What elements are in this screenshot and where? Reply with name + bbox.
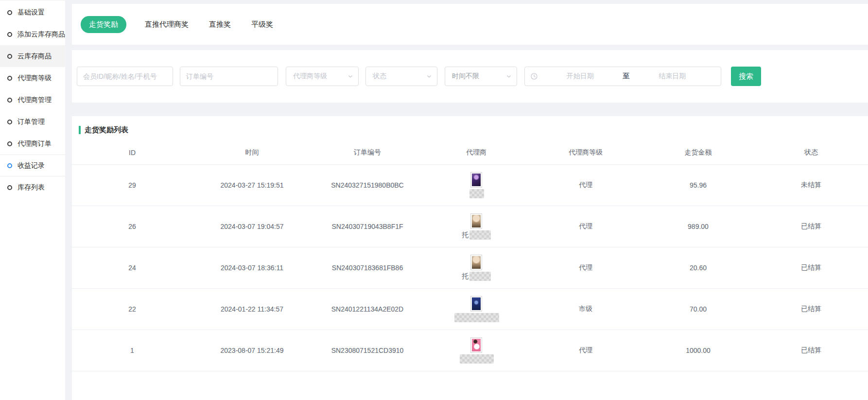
sidebar: 基础设置 添加云库存商品 云库存商品 代理商等级 代理商管理 订单管理 代理商订… bbox=[0, 0, 65, 400]
agent-avatar bbox=[470, 255, 482, 270]
cell-amount: 95.96 bbox=[642, 181, 754, 189]
table-header: ID 时间 订单编号 代理商 代理商等级 走货金额 状态 bbox=[72, 140, 868, 165]
cell-agent bbox=[423, 337, 529, 364]
agent-avatar bbox=[470, 337, 482, 353]
radio-circle-icon-active bbox=[7, 163, 12, 168]
sidebar-item-label: 库存列表 bbox=[17, 183, 45, 192]
search-button[interactable]: 搜索 bbox=[731, 67, 761, 86]
cell-time: 2024-03-07 19:04:57 bbox=[192, 223, 312, 230]
agent-level-select-placeholder: 代理商等级 bbox=[293, 72, 327, 81]
sidebar-item-earnings-records[interactable]: 收益记录 bbox=[0, 155, 65, 176]
member-search-field bbox=[77, 67, 173, 86]
cell-status: 已结算 bbox=[754, 222, 868, 231]
sidebar-item-agent-management[interactable]: 代理商管理 bbox=[0, 89, 65, 111]
cell-agent-level: 代理 bbox=[529, 346, 642, 355]
reward-list-card: 走货奖励列表 ID 时间 订单编号 代理商 代理商等级 走货金额 状态 29 2… bbox=[72, 116, 868, 400]
table-body: 29 2024-03-27 15:19:51 SN240327151980B0B… bbox=[72, 165, 868, 371]
radio-circle-icon bbox=[7, 32, 12, 37]
reward-table: ID 时间 订单编号 代理商 代理商等级 走货金额 状态 29 2024-03-… bbox=[72, 140, 868, 371]
radio-circle-icon bbox=[7, 120, 12, 124]
col-header-amount: 走货金额 bbox=[642, 148, 754, 157]
censored-name bbox=[469, 272, 491, 281]
cell-status: 已结算 bbox=[754, 346, 868, 355]
agent-avatar bbox=[470, 213, 482, 229]
member-search-input[interactable] bbox=[77, 67, 173, 86]
cell-agent bbox=[423, 296, 529, 322]
agent-name-prefix: 托 bbox=[462, 231, 469, 240]
tab-shipment-reward[interactable]: 走货奖励 bbox=[81, 16, 126, 33]
agent-level-select[interactable]: 代理商等级 bbox=[286, 67, 359, 86]
col-header-agent: 代理商 bbox=[423, 148, 529, 157]
cell-order-no: SN24030719043B8F1F bbox=[312, 223, 423, 230]
sidebar-item-label: 添加云库存商品 bbox=[17, 30, 65, 39]
radio-circle-icon bbox=[7, 76, 12, 81]
table-row: 24 2024-03-07 18:36:11 SN240307183681FB8… bbox=[72, 247, 868, 289]
cell-id: 22 bbox=[72, 305, 192, 313]
agent-avatar bbox=[470, 296, 482, 312]
agent-avatar bbox=[470, 172, 482, 188]
cell-agent: 托 bbox=[423, 255, 529, 281]
date-range-picker[interactable]: 开始日期 至 结束日期 bbox=[524, 67, 721, 86]
cell-order-no: SN240327151980B0BC bbox=[312, 181, 423, 189]
col-header-id: ID bbox=[72, 149, 192, 157]
cell-id: 1 bbox=[72, 347, 192, 354]
cell-status: 已结算 bbox=[754, 305, 868, 313]
start-date-field[interactable]: 开始日期 bbox=[538, 72, 623, 81]
cell-status: 已结算 bbox=[754, 263, 868, 272]
order-no-input[interactable] bbox=[180, 67, 278, 86]
cell-id: 29 bbox=[72, 181, 192, 189]
cell-id: 26 bbox=[72, 223, 192, 230]
sidebar-item-agent-orders[interactable]: 代理商订单 bbox=[0, 133, 65, 155]
section-title: 走货奖励列表 bbox=[79, 123, 868, 137]
col-header-status: 状态 bbox=[754, 148, 868, 157]
cell-agent-level: 代理 bbox=[529, 181, 642, 190]
cell-amount: 1000.00 bbox=[642, 347, 754, 354]
radio-circle-icon bbox=[7, 54, 12, 59]
cell-agent-level: 市级 bbox=[529, 305, 642, 313]
cell-time: 2024-03-27 15:19:51 bbox=[192, 181, 312, 189]
cell-time: 2023-08-07 15:21:49 bbox=[192, 347, 312, 354]
time-range-select[interactable]: 时间不限 bbox=[445, 67, 517, 86]
sidebar-item-order-management[interactable]: 订单管理 bbox=[0, 111, 65, 133]
tab-direct-agent-reward[interactable]: 直推代理商奖 bbox=[143, 16, 191, 33]
sidebar-item-label: 收益记录 bbox=[17, 161, 45, 170]
title-accent-bar bbox=[79, 126, 81, 134]
status-select-placeholder: 状态 bbox=[373, 72, 386, 81]
sidebar-item-label: 代理商订单 bbox=[17, 139, 52, 148]
sidebar-item-stock-list[interactable]: 库存列表 bbox=[0, 176, 65, 198]
sidebar-item-label: 云库存商品 bbox=[17, 52, 52, 61]
agent-name bbox=[469, 189, 484, 198]
sidebar-item-add-cloud-stock-product[interactable]: 添加云库存商品 bbox=[0, 23, 65, 45]
cell-amount: 989.00 bbox=[642, 223, 754, 230]
sidebar-item-cloud-stock-product[interactable]: 云库存商品 bbox=[0, 45, 65, 67]
table-row: 26 2024-03-07 19:04:57 SN24030719043B8F1… bbox=[72, 206, 868, 247]
col-header-order-no: 订单编号 bbox=[312, 148, 423, 157]
agent-name bbox=[459, 354, 494, 364]
chevron-down-icon bbox=[347, 73, 353, 79]
cell-agent bbox=[423, 172, 529, 198]
filter-bar: 代理商等级 状态 时间不限 开始日期 至 结束日期 搜索 bbox=[72, 50, 868, 103]
table-row: 29 2024-03-27 15:19:51 SN240327151980B0B… bbox=[72, 165, 868, 206]
sidebar-item-basic-settings[interactable]: 基础设置 bbox=[0, 1, 65, 23]
cell-status: 未结算 bbox=[754, 181, 868, 190]
chevron-down-icon bbox=[426, 73, 432, 79]
tab-direct-reward[interactable]: 直推奖 bbox=[207, 16, 233, 33]
agent-name: 托 bbox=[462, 272, 491, 281]
status-select[interactable]: 状态 bbox=[365, 67, 437, 86]
page-title: 走货奖励列表 bbox=[85, 125, 128, 135]
agent-name: 托 bbox=[462, 230, 491, 240]
radio-circle-icon bbox=[7, 98, 12, 103]
table-row: 1 2023-08-07 15:21:49 SN2308071521CD3910… bbox=[72, 330, 868, 371]
clock-icon bbox=[531, 73, 538, 80]
col-header-agent-level: 代理商等级 bbox=[529, 148, 642, 157]
cell-amount: 70.00 bbox=[642, 305, 754, 313]
reward-tabs-bar: 走货奖励 直推代理商奖 直推奖 平级奖 bbox=[72, 4, 868, 45]
cell-order-no: SN240307183681FB86 bbox=[312, 264, 423, 272]
cell-id: 24 bbox=[72, 264, 192, 272]
sidebar-item-label: 代理商管理 bbox=[17, 96, 52, 104]
sidebar-item-agent-level[interactable]: 代理商等级 bbox=[0, 67, 65, 89]
tab-peer-reward[interactable]: 平级奖 bbox=[249, 16, 275, 33]
censored-name bbox=[469, 230, 491, 240]
end-date-field[interactable]: 结束日期 bbox=[630, 72, 715, 81]
cell-agent-level: 代理 bbox=[529, 222, 642, 231]
